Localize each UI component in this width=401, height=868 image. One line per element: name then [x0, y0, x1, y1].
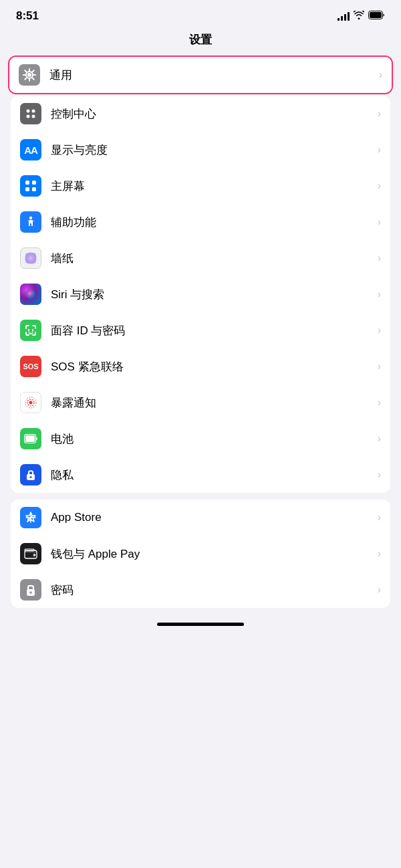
section-general-highlighted: 通用 › — [8, 56, 393, 94]
homescreen-icon — [20, 175, 41, 197]
svg-point-6 — [27, 115, 30, 118]
svg-rect-9 — [32, 181, 36, 185]
exposure-icon — [20, 392, 41, 413]
appstore-label: App Store — [51, 511, 375, 524]
display-chevron: › — [378, 144, 381, 156]
svg-point-13 — [26, 290, 35, 299]
password-chevron: › — [378, 584, 381, 596]
wifi-icon — [354, 10, 364, 22]
section-apps: App Store › 钱包与 Apple Pay › 密码 › — [11, 500, 390, 608]
svg-point-2 — [27, 73, 31, 77]
status-icons — [338, 10, 385, 22]
privacy-label: 隐私 — [51, 467, 375, 483]
general-icon — [19, 64, 40, 86]
homescreen-label: 主屏幕 — [51, 179, 375, 194]
privacy-chevron: › — [378, 469, 381, 481]
siri-icon — [20, 284, 41, 305]
settings-item-privacy[interactable]: 隐私 › — [11, 457, 390, 493]
privacy-icon — [20, 464, 41, 485]
settings-item-wallpaper[interactable]: 墙纸 › — [11, 240, 390, 276]
wallet-label: 钱包与 Apple Pay — [51, 546, 375, 562]
settings-item-sos[interactable]: SOS SOS 紧急联络 › — [11, 348, 390, 385]
page-title: 设置 — [0, 27, 401, 56]
wallpaper-label: 墙纸 — [51, 251, 375, 266]
svg-rect-8 — [25, 181, 29, 185]
settings-item-homescreen[interactable]: 主屏幕 › — [11, 168, 390, 204]
settings-item-wallet[interactable]: 钱包与 Apple Pay › — [11, 536, 390, 572]
svg-point-16 — [29, 401, 33, 405]
settings-item-control-center[interactable]: 控制中心 › — [11, 96, 390, 132]
siri-chevron: › — [378, 288, 381, 300]
accessibility-label: 辅助功能 — [51, 215, 375, 230]
exposure-label: 暴露通知 — [51, 395, 375, 411]
general-label: 通用 — [49, 68, 376, 83]
battery-label: 电池 — [51, 431, 375, 447]
battery-icon — [368, 10, 385, 22]
homescreen-chevron: › — [378, 180, 381, 192]
svg-point-4 — [27, 110, 30, 113]
accessibility-chevron: › — [378, 216, 381, 228]
svg-point-12 — [29, 217, 32, 219]
wallet-icon — [20, 543, 41, 564]
wallpaper-chevron: › — [378, 252, 381, 264]
status-time: 8:51 — [16, 9, 39, 23]
password-icon — [20, 579, 41, 601]
sos-icon: SOS — [20, 356, 41, 377]
settings-item-siri[interactable]: Siri 与搜索 › — [11, 276, 390, 312]
svg-rect-20 — [25, 435, 35, 442]
faceid-chevron: › — [378, 324, 381, 336]
control-center-icon — [20, 103, 41, 124]
status-bar: 8:51 — [0, 0, 401, 27]
accessibility-icon — [20, 211, 41, 233]
section-main: 控制中心 › AA 显示与亮度 › 主屏幕 › 辅助功能 — [11, 96, 390, 493]
settings-item-accessibility[interactable]: 辅助功能 › — [11, 204, 390, 240]
control-center-chevron: › — [378, 108, 381, 120]
password-label: 密码 — [51, 582, 375, 598]
exposure-chevron: › — [378, 397, 381, 409]
svg-rect-10 — [25, 187, 29, 191]
svg-rect-11 — [32, 187, 36, 191]
general-chevron: › — [379, 69, 382, 81]
sos-chevron: › — [378, 360, 381, 372]
wallet-chevron: › — [378, 548, 381, 560]
display-icon: AA — [20, 139, 41, 160]
wallpaper-icon — [20, 247, 41, 269]
settings-item-battery[interactable]: 电池 › — [11, 421, 390, 457]
battery-chevron: › — [378, 433, 381, 445]
control-center-label: 控制中心 — [51, 106, 375, 122]
settings-item-password[interactable]: 密码 › — [11, 572, 390, 608]
siri-label: Siri 与搜索 — [51, 287, 375, 302]
faceid-label: 面容 ID 与密码 — [51, 323, 375, 338]
settings-item-general[interactable]: 通用 › — [9, 57, 392, 93]
svg-point-26 — [33, 554, 36, 556]
appstore-icon — [20, 507, 41, 528]
signal-icon — [338, 11, 350, 21]
settings-item-display[interactable]: AA 显示与亮度 › — [11, 132, 390, 168]
display-label: 显示与亮度 — [51, 142, 375, 158]
settings-item-appstore[interactable]: App Store › — [11, 500, 390, 536]
home-bar — [157, 623, 244, 626]
faceid-icon — [20, 320, 41, 341]
svg-rect-1 — [370, 12, 382, 18]
svg-point-5 — [32, 110, 35, 113]
settings-item-exposure[interactable]: 暴露通知 › — [11, 385, 390, 421]
svg-point-22 — [30, 476, 32, 478]
sos-label: SOS 紧急联络 — [51, 359, 375, 374]
settings-item-faceid[interactable]: 面容 ID 与密码 › — [11, 312, 390, 348]
svg-point-7 — [32, 115, 35, 118]
svg-point-28 — [29, 591, 32, 594]
battery-settings-icon — [20, 428, 41, 449]
home-indicator-area — [0, 615, 401, 629]
appstore-chevron: › — [378, 512, 381, 524]
